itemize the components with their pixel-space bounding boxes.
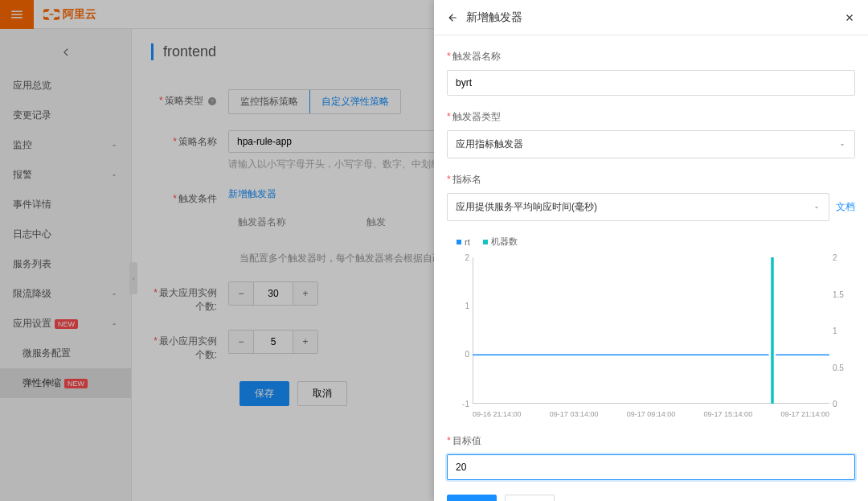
chart-svg [473, 257, 829, 404]
menu-icon [10, 7, 24, 22]
metric-select[interactable]: 应用提供服务平均响应时间(毫秒) [447, 193, 829, 221]
close-icon[interactable] [844, 12, 855, 23]
max-instance-input[interactable] [253, 282, 293, 305]
brand-logo[interactable]: 阿里云 [43, 7, 96, 22]
policy-name-label: *策略名称 [151, 130, 228, 149]
chevron-up-icon [110, 320, 118, 328]
new-badge: NEW [55, 319, 78, 329]
tab-metric-policy[interactable]: 监控指标策略 [229, 90, 310, 113]
sidebar-collapse-handle[interactable]: ‹ [129, 262, 137, 294]
drawer: 新增触发器 *触发器名称 *触发器类型 应用指标触发器 *指标名 应用提供服务平… [434, 0, 868, 501]
brand-icon [43, 9, 59, 20]
sidebar-item-services[interactable]: 服务列表 [0, 249, 131, 279]
min-instance-label: *最小应用实例个数: [151, 330, 228, 362]
confirm-button[interactable]: 确定 [447, 495, 497, 501]
trigger-name-input[interactable] [447, 70, 855, 96]
sidebar-item-logs[interactable]: 日志中心 [0, 220, 131, 249]
sidebar-item-changelog[interactable]: 变更记录 [0, 101, 131, 130]
doc-link[interactable]: 文档 [836, 200, 855, 214]
chevron-down-icon [813, 203, 821, 211]
max-instance-label: *最大应用实例个数: [151, 281, 228, 314]
trigger-cond-label: *触发条件 [151, 187, 228, 206]
save-button[interactable]: 保存 [240, 381, 289, 406]
trigger-type-label: *触发器类型 [447, 110, 855, 124]
col-trigger-name: 触发器名称 [228, 209, 357, 236]
brand-text: 阿里云 [63, 7, 96, 22]
target-input[interactable] [447, 454, 855, 480]
sidebar-item-appsettings[interactable]: 应用设置NEW [0, 309, 131, 339]
trigger-type-select[interactable]: 应用指标触发器 [447, 130, 855, 158]
tab-custom-policy[interactable]: 自定义弹性策略 [309, 89, 401, 114]
metric-chart: 2 1 0 -1 2 1.5 1 0.5 0 09-16 21:14:00 09… [453, 257, 849, 418]
legend-machines[interactable]: 机器数 [483, 236, 518, 248]
help-icon[interactable] [207, 97, 217, 106]
drawer-header: 新增触发器 [434, 0, 868, 35]
sidebar: 应用总览 变更记录 监控 报警 事件详情 日志中心 服务列表 限流降级 应用设置… [0, 29, 132, 501]
drawer-body: *触发器名称 *触发器类型 应用指标触发器 *指标名 应用提供服务平均响应时间(… [434, 35, 868, 501]
target-label: *目标值 [447, 434, 855, 448]
min-instance-stepper: − + [228, 330, 318, 354]
sidebar-item-throttle[interactable]: 限流降级 [0, 279, 131, 309]
max-instance-stepper: − + [228, 281, 318, 306]
chevron-down-icon [110, 142, 118, 150]
add-trigger-link[interactable]: 新增触发器 [228, 188, 276, 199]
policy-type-tabs: 监控指标策略 自定义弹性策略 [228, 89, 401, 114]
new-badge: NEW [64, 379, 88, 388]
sidebar-item-alert[interactable]: 报警 [0, 160, 131, 190]
x-axis: 09-16 21:14:00 09-17 03:14:00 09-17 09:1… [473, 410, 829, 418]
stepper-minus-button[interactable]: − [229, 282, 253, 305]
cancel-button[interactable]: 取消 [297, 381, 347, 406]
metric-label: *指标名 [447, 173, 855, 187]
y-axis-left: 2 1 0 -1 [453, 257, 469, 404]
policy-type-label: *策略类型 [151, 89, 228, 108]
drawer-title: 新增触发器 [466, 10, 836, 25]
chart-legend: rt 机器数 [457, 236, 855, 248]
col-trigger-action: 触发 [357, 209, 395, 236]
menu-button[interactable] [0, 0, 34, 29]
stepper-minus-button[interactable]: − [229, 331, 253, 353]
sidebar-item-events[interactable]: 事件详情 [0, 190, 131, 220]
stepper-plus-button[interactable]: + [293, 282, 317, 305]
drawer-cancel-button[interactable]: 取消 [505, 495, 555, 501]
sidebar-item-elastic[interactable]: 弹性伸缩NEW [0, 368, 131, 398]
chevron-down-icon [110, 171, 118, 179]
sidebar-back-button[interactable] [0, 42, 131, 71]
sidebar-item-overview[interactable]: 应用总览 [0, 71, 131, 101]
y-axis-right: 2 1.5 1 0.5 0 [833, 257, 849, 404]
stepper-plus-button[interactable]: + [293, 331, 317, 353]
trigger-name-label: *触发器名称 [447, 50, 855, 64]
min-instance-input[interactable] [253, 331, 293, 353]
sidebar-item-microservice[interactable]: 微服务配置 [0, 339, 131, 368]
chevron-left-icon [60, 47, 72, 58]
policy-name-input[interactable] [228, 130, 453, 153]
chevron-down-icon [838, 141, 846, 149]
back-arrow-icon[interactable] [447, 12, 458, 23]
legend-rt[interactable]: rt [457, 236, 470, 248]
sidebar-item-monitor[interactable]: 监控 [0, 130, 131, 160]
chevron-down-icon [110, 290, 118, 298]
